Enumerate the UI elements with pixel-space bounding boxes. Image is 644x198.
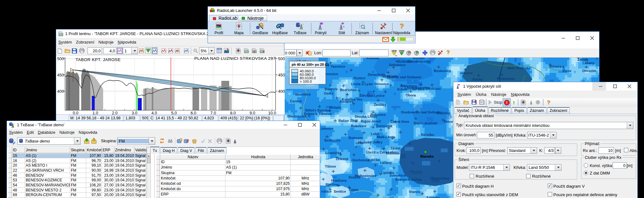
svg-text:Suchý: Suchý — [472, 77, 483, 81]
svg-text:Krhov: Krhov — [397, 87, 408, 91]
svg-text:Bukovice: Bukovice — [351, 124, 367, 128]
svg-text:Doubravník: Doubravník — [288, 114, 307, 118]
svg-text:3.0: 3.0 — [132, 111, 137, 114]
svg-text:Doubravice nad Svitavou: Doubravice nad Svitavou — [401, 110, 442, 114]
svg-text:DEM: DEM — [392, 50, 397, 52]
svg-text:Sebranice: Sebranice — [389, 63, 406, 67]
svg-text:DMM: DMM — [399, 50, 404, 52]
svg-text:Svinošice: Svinošice — [389, 174, 405, 177]
svg-text:Malá Lhota: Malá Lhota — [377, 135, 395, 139]
svg-text:Malé Hradisko: Malé Hradisko — [507, 66, 531, 70]
svg-text:Stínava: Stínava — [549, 65, 562, 68]
svg-text:Ochoz u Tišnova: Ochoz u Tišnova — [304, 112, 332, 116]
svg-text:Ohrozim: Ohrozim — [582, 69, 596, 73]
svg-text:TABOR KPT. JAROSE: TABOR KPT. JAROSE — [76, 57, 121, 62]
svg-text:Bedřichov: Bedřichov — [340, 88, 357, 92]
svg-text:Blansko: Blansko — [420, 154, 434, 158]
svg-text:500: 500 — [57, 56, 64, 61]
svg-text:Velenov: Velenov — [460, 71, 473, 75]
svg-text:Sentice: Sentice — [334, 190, 346, 193]
svg-text:Brťov-Jeneč: Brťov-Jeneč — [361, 119, 381, 123]
svg-text:Šerkovice: Šerkovice — [324, 138, 340, 142]
svg-text:Rašov: Rašov — [338, 119, 349, 122]
svg-text:6.0: 6.0 — [191, 111, 196, 114]
svg-text:Skalička: Skalička — [366, 158, 380, 162]
svg-text:7.0: 7.0 — [210, 111, 216, 114]
svg-text:Skalice nad Svitavou: Skalice nad Svitavou — [387, 75, 421, 79]
svg-text:Lešany: Lešany — [583, 61, 595, 65]
svg-text:Šebrov-Kateřina: Šebrov-Kateřina — [395, 178, 422, 181]
svg-text:Lažany: Lažany — [380, 161, 392, 164]
svg-text:Lomnice: Lomnice — [319, 127, 333, 130]
svg-text:10.0: 10.0 — [268, 111, 276, 114]
svg-text:Závist: Závist — [390, 146, 400, 150]
svg-text:ernovice: ernovice — [324, 72, 338, 76]
svg-text:Osiky: Osiky — [324, 91, 334, 95]
svg-text:Kunice: Kunice — [354, 76, 366, 80]
svg-text:Obora: Obora — [406, 93, 416, 97]
svg-text:Skorotice: Skorotice — [295, 92, 311, 96]
svg-text:Štěchov: Štěchov — [360, 94, 373, 97]
svg-text:roltice: roltice — [321, 190, 331, 193]
svg-text:Olomučany: Olomučany — [430, 176, 450, 180]
svg-text:500: 500 — [278, 56, 285, 61]
svg-text:Černvír: Černvír — [290, 99, 302, 103]
svg-text:Žernovník: Žernovník — [376, 124, 393, 128]
svg-text:Lomnička: Lomnička — [325, 151, 341, 155]
svg-text:450: 450 — [278, 73, 285, 77]
svg-text:PLANA NAD LUZNICI STRKOVSKA 29: PLANA NAD LUZNICI STRKOVSKA 297 — [194, 56, 276, 61]
svg-text:Brumov: Brumov — [325, 87, 338, 91]
svg-text:450: 450 — [57, 73, 64, 77]
svg-text:5.0: 5.0 — [171, 111, 177, 114]
svg-text:Kunštát: Kunštát — [367, 58, 379, 60]
svg-text:> 100.0: > 100.0 — [300, 80, 312, 83]
svg-text:400: 400 — [278, 89, 285, 94]
svg-text:Protivanov: Protivanov — [497, 77, 515, 81]
svg-text:Kuničky: Kuničky — [437, 111, 451, 115]
svg-text:Tasovice: Tasovice — [331, 65, 345, 68]
svg-text:Lysice: Lysice — [374, 94, 385, 97]
svg-text:Bukovice: Bukovice — [371, 113, 386, 117]
svg-text:Březina: Březina — [325, 183, 338, 186]
svg-text:Drásov: Drásov — [349, 175, 361, 179]
svg-text:Železné: Železné — [336, 157, 348, 161]
svg-text:Ráječko: Ráječko — [421, 133, 434, 137]
svg-text:Σ: Σ — [481, 101, 483, 104]
svg-text:Zhoř: Zhoř — [350, 119, 358, 122]
svg-text:DMM: DMM — [146, 48, 150, 50]
svg-text:9.0: 9.0 — [250, 111, 255, 114]
svg-text:8.0: 8.0 — [230, 111, 236, 114]
svg-text:Chrudichromy: Chrudichromy — [407, 60, 431, 63]
svg-text:Čebín: Čebín — [349, 188, 359, 192]
svg-text:G: G — [259, 22, 264, 29]
svg-text:1.0: 1.0 — [92, 111, 98, 114]
svg-text:Zdětín: Zdětín — [578, 58, 588, 61]
svg-text:Rájec-Jestřebí: Rájec-Jestřebí — [414, 121, 437, 125]
svg-text:Vranov: Vranov — [409, 190, 421, 194]
svg-text:400: 400 — [57, 89, 64, 94]
svg-text:Újezd u Boskovic: Újezd u Boskovic — [412, 87, 441, 91]
svg-text:ph 40 az 100+ po 20 (1): ph 40 az 100+ po 20 (1) — [292, 63, 329, 66]
svg-text:4.0: 4.0 — [151, 111, 157, 114]
svg-text:Žerůtky: Žerůtky — [374, 103, 387, 107]
svg-text:!: ! — [506, 100, 507, 105]
svg-text:2.0: 2.0 — [112, 111, 118, 114]
svg-text:Strhaře: Strhaře — [329, 106, 341, 109]
svg-text:Lhota u Lysic: Lhota u Lysic — [351, 82, 373, 86]
svg-text:Černá Hora: Černá Hora — [390, 120, 409, 123]
svg-text:Vícov: Vícov — [562, 69, 572, 73]
svg-text:Milonice: Milonice — [386, 151, 400, 155]
svg-text:Hradčany: Hradčany — [331, 179, 347, 182]
svg-text:0.0: 0.0 — [73, 111, 78, 114]
svg-text:Unín: Unín — [356, 141, 364, 145]
svg-text:Tišnov: Tišnov — [325, 164, 336, 168]
svg-text:Boskovice: Boskovice — [434, 69, 451, 73]
svg-text:Adamov: Adamov — [426, 196, 440, 198]
svg-text:Rohozec: Rohozec — [349, 136, 363, 140]
svg-text:Kunčina Ves: Kunčina Ves — [342, 97, 362, 101]
svg-text:Drnovice: Drnovice — [374, 82, 389, 86]
